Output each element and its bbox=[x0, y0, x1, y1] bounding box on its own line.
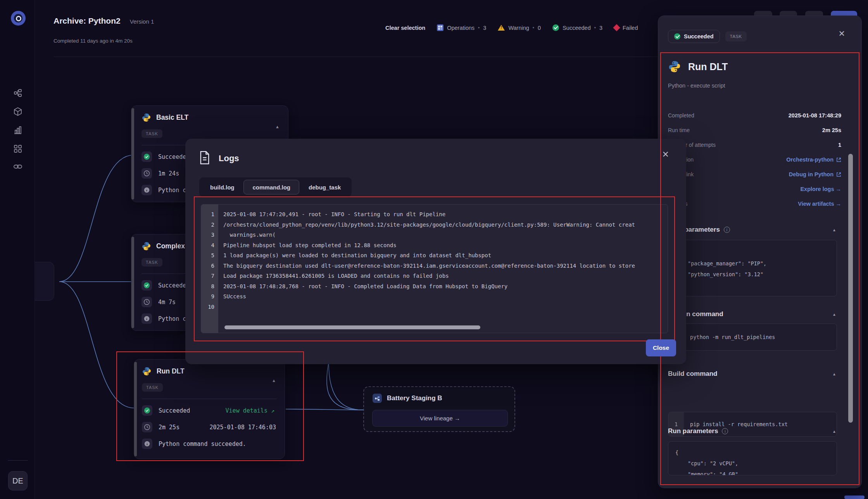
user-avatar[interactable]: DE bbox=[8, 471, 28, 490]
detail-row-integration: Integration Orchestra-python bbox=[668, 152, 841, 167]
python-icon bbox=[668, 60, 681, 73]
log-viewer[interactable]: 12 34 56 78 910 2025-01-08 17:47:20,491 … bbox=[201, 204, 668, 333]
python-icon bbox=[142, 367, 152, 376]
external-link-icon bbox=[836, 157, 841, 162]
clock-icon bbox=[142, 168, 152, 179]
close-button[interactable]: Close bbox=[646, 339, 676, 356]
node-runtime-row: 2m 25s 2025-01-08 17:46:03 bbox=[142, 422, 277, 432]
bottom-action-button[interactable] bbox=[844, 496, 865, 499]
task-detail-panel: Succeeded TASK ✕ Run DLT Python - execut… bbox=[658, 15, 862, 488]
log-line: 2025-01-08 17:48:28,768 - root - INFO - … bbox=[223, 281, 665, 292]
node-message: Python command succeeded. bbox=[159, 440, 246, 447]
info-icon: i bbox=[724, 227, 730, 233]
node-title-row: Battery Staging B bbox=[373, 394, 514, 403]
node-status: Succeeded bbox=[159, 407, 190, 414]
panel-title-row: Run DLT bbox=[668, 60, 728, 73]
sidebar: DE bbox=[0, 0, 35, 499]
log-line-numbers: 12 34 56 78 910 bbox=[201, 205, 218, 333]
grid-icon[interactable] bbox=[13, 144, 22, 153]
log-line: SUccess bbox=[223, 291, 665, 302]
python-command-code: 1 python -m run_dlt_pipelines bbox=[668, 323, 837, 351]
pipeline-icon[interactable] bbox=[13, 88, 22, 98]
panel-badges: Succeeded TASK bbox=[668, 30, 747, 43]
log-line: warnings.warn( bbox=[223, 230, 665, 240]
view-details-link[interactable]: View details ↗ bbox=[226, 407, 277, 414]
modal-title: Logs bbox=[219, 153, 239, 163]
section-run-parameters: Run parameters i ▲ bbox=[668, 427, 846, 435]
log-line: The bigquery destination used dlt-user@r… bbox=[223, 261, 665, 271]
code-line: python -m run_dlt_pipelines bbox=[690, 324, 775, 350]
detail-row-completed: Completed2025-01-08 17:48:29 bbox=[668, 108, 841, 123]
status-badge-label: Succeeded bbox=[684, 33, 714, 40]
detail-row-debug-link: Debug link Debug in Python bbox=[668, 167, 841, 182]
status-badge: Succeeded bbox=[668, 30, 720, 43]
close-icon[interactable]: ✕ bbox=[838, 29, 845, 38]
check-circle-icon bbox=[142, 405, 152, 416]
collapse-icon[interactable]: ▲ bbox=[272, 378, 276, 383]
document-icon bbox=[199, 151, 210, 164]
view-lineage-button[interactable]: View lineage → bbox=[372, 410, 508, 427]
horizontal-scrollbar[interactable] bbox=[224, 325, 480, 329]
detail-row-runtime: Run time2m 25s bbox=[668, 123, 841, 138]
node-title: Complex bbox=[156, 242, 185, 250]
tab-command-log[interactable]: command.log bbox=[243, 180, 299, 194]
logs-modal: Logs ✕ build.log command.log debug_task … bbox=[185, 139, 686, 364]
debug-link[interactable]: Debug in Python bbox=[789, 171, 841, 177]
log-line: /orchestra/cloned_python_repo/venv/lib/p… bbox=[223, 220, 665, 230]
run-parameters-code: { "cpu": "2 vCPU", "memory": "4 GB" bbox=[668, 441, 837, 475]
log-line: Pipeline hubspot load step completed in … bbox=[223, 240, 665, 251]
task-badge: TASK bbox=[142, 258, 162, 267]
integration-link[interactable]: Orchestra-python bbox=[786, 157, 841, 163]
info-icon bbox=[142, 313, 152, 324]
panel-title: Run DLT bbox=[688, 61, 728, 72]
log-content: 2025-01-08 17:47:20,491 - root - INFO - … bbox=[223, 209, 665, 312]
app-logo-icon[interactable] bbox=[11, 11, 26, 26]
node-message-row: Python command succeeded. bbox=[142, 439, 277, 449]
tab-build-log[interactable]: build.log bbox=[202, 180, 243, 194]
info-icon: i bbox=[722, 428, 728, 434]
cube-icon[interactable] bbox=[13, 107, 22, 116]
section-python-command: Python command ▲ bbox=[668, 310, 846, 318]
collapse-icon[interactable]: ▲ bbox=[832, 228, 836, 232]
node-runtime: 1m 24s bbox=[158, 170, 179, 177]
type-badge: TASK bbox=[725, 31, 747, 41]
close-icon[interactable]: ✕ bbox=[662, 150, 669, 160]
log-line bbox=[223, 302, 665, 312]
check-circle-icon bbox=[142, 280, 152, 291]
python-icon bbox=[142, 241, 151, 251]
section-build-command: Build command ▲ bbox=[668, 370, 846, 378]
collapse-icon[interactable]: ▲ bbox=[275, 124, 280, 129]
collapse-icon[interactable]: ▲ bbox=[832, 372, 836, 376]
log-line: 1 load package(s) were loaded to destina… bbox=[223, 250, 665, 261]
bar-chart-icon[interactable] bbox=[13, 126, 22, 135]
task-badge: TASK bbox=[142, 383, 163, 392]
task-node-run-dlt[interactable]: Run DLT ▲ TASK Succeeded View details ↗ … bbox=[134, 359, 285, 459]
panel-subtitle: Python - execute script bbox=[668, 83, 725, 89]
node-divider bbox=[142, 399, 277, 399]
check-circle-icon bbox=[142, 151, 152, 162]
detail-rows: Completed2025-01-08 17:48:29 Run time2m … bbox=[668, 108, 841, 211]
collapse-icon[interactable]: ▲ bbox=[832, 312, 836, 317]
collapse-icon[interactable]: ▲ bbox=[832, 429, 836, 434]
info-icon bbox=[142, 185, 152, 195]
detail-row-attempts: Number of attempts1 bbox=[668, 138, 841, 152]
node-title: Battery Staging B bbox=[387, 394, 442, 402]
python-icon bbox=[142, 113, 151, 122]
vertical-scrollbar[interactable] bbox=[848, 154, 853, 423]
node-runtime: 4m 7s bbox=[158, 299, 176, 306]
link-icon[interactable] bbox=[13, 162, 22, 171]
node-title: Basic ELT bbox=[156, 114, 188, 122]
clock-icon bbox=[142, 422, 152, 432]
pipeline-node-battery-staging-b[interactable]: Battery Staging B View lineage → bbox=[363, 386, 515, 432]
node-title-row: Basic ELT bbox=[142, 113, 280, 122]
task-badge: TASK bbox=[142, 129, 162, 138]
explore-logs-link[interactable]: Explore logs → bbox=[800, 186, 841, 192]
view-artifacts-link[interactable]: View artifacts → bbox=[798, 201, 841, 207]
node-title-row: Run DLT bbox=[142, 367, 277, 376]
app-screen: DE Archive: Python2 Version 1 Completed … bbox=[0, 0, 868, 499]
tab-debug-task[interactable]: debug_task bbox=[300, 180, 349, 194]
task-parameters-code: { "package_manager": "PIP", "python_vers… bbox=[668, 240, 837, 296]
node-title: Run DLT bbox=[157, 367, 185, 375]
node-status-row: Succeeded View details ↗ bbox=[142, 405, 277, 416]
check-circle-icon bbox=[674, 33, 680, 40]
